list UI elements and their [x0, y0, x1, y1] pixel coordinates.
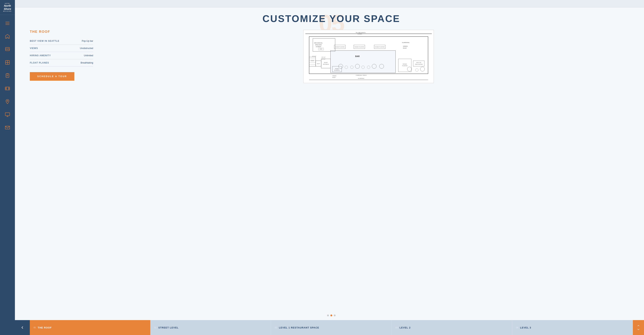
svg-text:GUARDRAIL: GUARDRAIL — [358, 78, 365, 79]
content-area: 05 CUSTOMIZE YOUR SPACE THE ROOF BEST VI… — [15, 8, 644, 320]
svg-text:COMMUNAL TABLES: COMMUNAL TABLES — [356, 75, 367, 76]
nav-item-3[interactable]: 03LEVEL 2 — [392, 320, 512, 335]
floor-plan-svg: TALL MECHANICAL SCREEN MECHANICAL AREA A… — [304, 30, 434, 82]
nav-item-num: 04 — [516, 326, 518, 329]
home-icon[interactable] — [0, 30, 15, 43]
nav-item-0[interactable]: 05THE ROOF — [30, 320, 150, 335]
features-table: BEST VIEW IN SEATTLEPop-Up barVIEWSUnobs… — [30, 38, 93, 66]
dot-2[interactable] — [330, 314, 332, 316]
feature-value: Unlimited — [74, 52, 93, 59]
nav-item-num: 01 — [154, 326, 156, 329]
nav-item-1[interactable]: 01STREET LEVEL — [150, 320, 271, 335]
svg-text:RAISED: RAISED — [335, 68, 339, 69]
screen-icon[interactable] — [0, 108, 15, 121]
svg-rect-7 — [6, 74, 9, 78]
nav-item-num: 03 — [396, 326, 398, 329]
feature-row: FLOAT PLANESBreathtaking — [30, 59, 93, 66]
schedule-tour-button[interactable]: SCHEDULE A TOUR — [30, 72, 74, 81]
left-panel: THE ROOF BEST VIEW IN SEATTLEPop-Up barV… — [30, 30, 93, 81]
feature-value: Breathtaking — [74, 59, 93, 66]
svg-text:12'-4 1/2": 12'-4 1/2" — [312, 56, 316, 57]
section-title: THE ROOF — [30, 30, 93, 34]
feature-label: FLOAT PLANES — [30, 59, 74, 66]
nav-item-label: THE ROOF — [38, 326, 52, 329]
svg-text:ROOF: ROOF — [332, 77, 336, 78]
clipboard-icon[interactable] — [0, 69, 15, 82]
svg-text:SCREEN: SCREEN — [316, 46, 321, 47]
nav-item-num: 02 — [275, 326, 277, 329]
menu-icon[interactable] — [0, 17, 15, 30]
svg-text:PLANTER A: PLANTER A — [334, 70, 340, 71]
svg-rect-18 — [5, 113, 10, 116]
right-arrows-button[interactable] — [633, 320, 644, 335]
sidebar-icons — [0, 15, 15, 335]
feature-value: Unobstructed — [74, 45, 93, 52]
svg-text:MECHANICAL: MECHANICAL — [314, 42, 323, 44]
feature-row: VIEWSUnobstructed — [30, 45, 93, 52]
svg-rect-10 — [5, 87, 10, 90]
svg-point-17 — [7, 100, 8, 102]
dot-3[interactable] — [334, 314, 336, 316]
svg-text:RAISED PLANTER: RAISED PLANTER — [354, 46, 364, 48]
svg-text:GREEN: GREEN — [332, 75, 336, 76]
nav-item-label: LEVEL 1 RESTAURANT SPACE — [279, 326, 319, 329]
svg-text:PLANTER: PLANTER — [402, 65, 408, 66]
nav-item-label: LEVEL 3 — [520, 326, 531, 329]
svg-text:BAR: BAR — [355, 55, 360, 58]
film-icon[interactable] — [0, 82, 15, 95]
svg-text:SCREEN: SCREEN — [358, 33, 362, 34]
main-row: THE ROOF BEST VIEW IN SEATTLEPop-Up barV… — [30, 30, 633, 312]
svg-text:ROOF: ROOF — [320, 48, 322, 50]
floor-plan-container: TALL MECHANICAL SCREEN MECHANICAL AREA A… — [303, 30, 434, 83]
logo-text: HOTEL North Shore BUILDING — [0, 3, 15, 12]
feature-row: BEST VIEW IN SEATTLEPop-Up bar — [30, 38, 93, 45]
nav-item-4[interactable]: 04LEVEL 3 — [512, 320, 633, 335]
gallery-icon[interactable] — [0, 43, 15, 56]
location-icon[interactable] — [0, 95, 15, 108]
svg-text:RAISED PLANTER: RAISED PLANTER — [375, 46, 384, 48]
svg-text:ENTRY: ENTRY — [324, 62, 328, 63]
feature-label: BEST VIEW IN SEATTLE — [30, 38, 74, 45]
bottom-nav: 05THE ROOF01STREET LEVEL02LEVEL 1 RESTAU… — [15, 320, 644, 335]
bottom-nav-items: 05THE ROOF01STREET LEVEL02LEVEL 1 RESTAU… — [30, 320, 633, 335]
svg-text:RAISED PLANTER: RAISED PLANTER — [335, 46, 345, 48]
svg-text:VESTIBULE: VESTIBULE — [323, 64, 329, 65]
page-title: CUSTOMIZE YOUR SPACE — [30, 13, 633, 24]
svg-text:33'-8 1/2": 33'-8 1/2" — [322, 58, 326, 60]
svg-text:GUARDRAIL: GUARDRAIL — [402, 42, 410, 43]
feature-label: HIRING AMENITY — [30, 52, 74, 59]
main-content: 05 CUSTOMIZE YOUR SPACE THE ROOF BEST VI… — [15, 0, 644, 335]
svg-text:TALL MECHANICAL: TALL MECHANICAL — [356, 32, 366, 33]
feature-row: HIRING AMENITYUnlimited — [30, 52, 93, 59]
nav-item-num: 05 — [34, 326, 36, 329]
svg-text:GREEN: GREEN — [403, 46, 408, 47]
nav-item-label: LEVEL 2 — [400, 326, 411, 329]
right-panel: TALL MECHANICAL SCREEN MECHANICAL AREA A… — [104, 30, 633, 83]
feature-value: Pop-Up bar — [74, 38, 93, 45]
left-arrow-button[interactable] — [15, 320, 30, 335]
svg-text:33'-4 1/2": 33'-4 1/2" — [322, 57, 326, 58]
floorplan-icon[interactable] — [0, 56, 15, 69]
svg-text:RAISED: RAISED — [403, 64, 407, 65]
svg-text:TABLE SEATING: TABLE SEATING — [415, 64, 422, 65]
dot-1[interactable] — [327, 314, 329, 316]
nav-item-label: STREET LEVEL — [158, 326, 178, 329]
svg-text:HIGH TOP: HIGH TOP — [416, 62, 421, 63]
dot-indicator — [30, 314, 633, 316]
svg-text:ROOF: ROOF — [403, 48, 406, 49]
svg-rect-44 — [330, 50, 396, 73]
feature-label: VIEWS — [30, 45, 74, 52]
mail-icon[interactable] — [0, 121, 15, 134]
top-bar — [15, 0, 644, 8]
svg-text:ELEV: ELEV — [317, 63, 320, 64]
sidebar: HOTEL North Shore BUILDING — [0, 0, 15, 335]
sidebar-logo: HOTEL North Shore BUILDING — [0, 0, 15, 15]
svg-text:AREA AND: AREA AND — [315, 44, 322, 46]
page-header: 05 CUSTOMIZE YOUR SPACE — [30, 13, 633, 24]
nav-item-2[interactable]: 02LEVEL 1 RESTAURANT SPACE — [271, 320, 392, 335]
